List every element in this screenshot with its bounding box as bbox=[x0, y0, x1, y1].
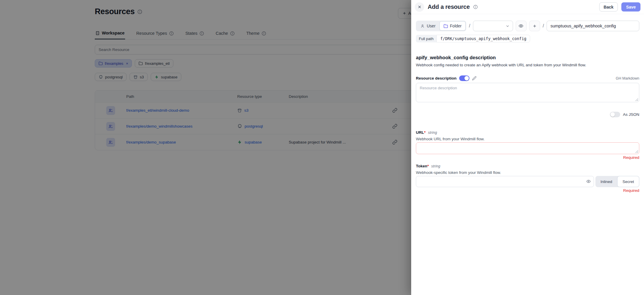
save-button[interactable]: Save bbox=[621, 2, 640, 11]
full-path: Full path f/DRK/sumptuous_apify_webhook_… bbox=[416, 35, 530, 42]
resource-type-description-text: Webhook config needed to create an Apify… bbox=[416, 63, 639, 67]
close-icon[interactable] bbox=[415, 2, 424, 12]
token-label: Token* bbox=[416, 164, 429, 168]
drawer-header: Add a resource Back Save bbox=[411, 0, 644, 14]
view-folder-button[interactable] bbox=[516, 21, 527, 31]
back-button[interactable]: Back bbox=[599, 2, 618, 11]
url-label: URL* bbox=[416, 130, 426, 135]
owner-user-segment[interactable]: User bbox=[416, 21, 439, 31]
description-toggle[interactable] bbox=[459, 75, 469, 81]
screen: Resources Add resource Workspace Resourc… bbox=[0, 0, 644, 295]
user-icon bbox=[420, 24, 425, 28]
add-resource-drawer: Add a resource Back Save User bbox=[411, 0, 644, 295]
token-mode-toggle: Inlined Secret bbox=[595, 176, 639, 187]
eye-icon[interactable] bbox=[586, 179, 591, 184]
token-mode-secret[interactable]: Secret bbox=[617, 176, 639, 187]
url-help-text: Webhook URL from your Windmill flow. bbox=[416, 137, 639, 141]
token-required-error: Required bbox=[416, 188, 639, 193]
url-type-hint: string bbox=[428, 131, 437, 135]
url-input[interactable] bbox=[416, 142, 639, 154]
token-type-hint: string bbox=[431, 164, 440, 168]
full-path-value: f/DRK/sumptuous_apify_webhook_config bbox=[436, 35, 530, 42]
new-folder-button[interactable] bbox=[529, 21, 540, 31]
owner-folder-segment[interactable]: Folder bbox=[439, 21, 466, 31]
token-help-text: Webhook-specific token from your Windmil… bbox=[416, 170, 639, 175]
modal-backdrop[interactable] bbox=[0, 0, 411, 295]
resource-description-textarea[interactable] bbox=[416, 83, 639, 102]
required-star: * bbox=[424, 130, 426, 135]
pencil-icon[interactable] bbox=[472, 76, 477, 80]
token-mode-inlined[interactable]: Inlined bbox=[595, 176, 617, 187]
url-required-error: Required bbox=[416, 155, 639, 160]
resource-description-label: Resource description bbox=[416, 76, 457, 80]
plus-icon bbox=[532, 24, 537, 28]
resource-name-input[interactable] bbox=[547, 21, 639, 31]
path-picker-row: User Folder / bbox=[416, 21, 639, 31]
eye-icon bbox=[519, 24, 523, 28]
resource-type-description-heading: apify_webhook_config description bbox=[416, 55, 639, 60]
folder-select[interactable] bbox=[473, 21, 513, 31]
token-input[interactable] bbox=[416, 176, 594, 187]
markdown-hint: GH Markdown bbox=[616, 76, 639, 80]
info-icon bbox=[473, 5, 478, 9]
required-star: * bbox=[427, 164, 429, 168]
folder-icon bbox=[444, 24, 448, 28]
as-json-toggle[interactable] bbox=[610, 112, 620, 117]
owner-kind-toggle: User Folder bbox=[416, 21, 466, 31]
chevron-down-icon bbox=[505, 24, 510, 28]
as-json-label: As JSON bbox=[623, 112, 639, 117]
drawer-title: Add a resource bbox=[428, 4, 470, 10]
